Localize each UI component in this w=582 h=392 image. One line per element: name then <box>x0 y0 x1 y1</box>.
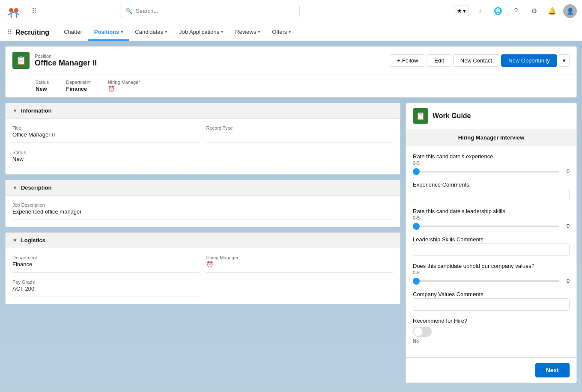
title-field-value: Office Manager II <box>12 131 55 139</box>
field-title: Title Office Manager II ✏ <box>12 125 200 143</box>
tab-chatter[interactable]: Chatter <box>58 24 88 41</box>
svg-point-0 <box>9 8 13 12</box>
search-icon: 🔍 <box>125 8 132 14</box>
status-label: Status <box>36 80 49 85</box>
work-guide-body: Rate this candidate's experience. 0-5 0 … <box>406 146 576 357</box>
tab-candidates[interactable]: Candidates ▾ <box>129 24 173 41</box>
meta-department: Department Finance <box>66 80 90 92</box>
app-name: Recruiting <box>15 29 49 41</box>
record-meta: Status New Department Finance Hiring Man… <box>6 74 576 97</box>
values-slider[interactable] <box>413 280 559 282</box>
offers-dropdown-arrow: ▾ <box>289 30 291 34</box>
hiring-manager-field-label: Hiring Manager <box>206 255 394 260</box>
status-value: New <box>36 86 49 92</box>
follow-button[interactable]: + Follow <box>390 54 425 67</box>
right-panel: 📋 Work Guide Hiring Manager Interview Ra… <box>406 103 577 383</box>
experience-comments-input[interactable] <box>413 189 570 201</box>
recommend-toggle[interactable] <box>413 327 432 337</box>
leadership-comments-group: Leadership Skills Comments <box>413 236 570 256</box>
leadership-question: Rate this candidate's leadership skills. <box>413 208 570 214</box>
new-opportunity-button[interactable]: New Opportunity <box>501 54 557 67</box>
left-panel: ▼ Information Title Office Manager II ✏ <box>5 103 400 383</box>
hiring-manager-field-value: ⏰ <box>206 261 213 269</box>
search-input[interactable] <box>136 8 294 14</box>
department-field-value: Finance <box>12 261 32 269</box>
record-type-field-value <box>206 131 208 139</box>
pay-grade-field-label: Pay Grade <box>12 279 200 285</box>
content-area: ▼ Information Title Office Manager II ✏ <box>5 103 577 383</box>
values-comments-group: Company Values Comments <box>413 291 570 311</box>
interview-section-title: Hiring Manager Interview <box>406 129 576 146</box>
work-guide-title: Work Guide <box>433 112 471 120</box>
hiring-manager-icon: ⏰ <box>108 86 115 92</box>
favorites-button[interactable]: ★ ▾ <box>454 6 469 16</box>
tab-offers[interactable]: Offers ▾ <box>266 24 297 41</box>
leadership-comments-input[interactable] <box>413 244 570 256</box>
logistics-fields-grid: Department Finance ✏ Hiring Manager ⏰ ✏ <box>12 255 393 297</box>
work-guide-header: 📋 Work Guide <box>406 103 576 129</box>
grid-nav-icon[interactable]: ⠿ <box>7 28 12 41</box>
new-contact-button[interactable]: New Contact <box>453 54 499 67</box>
department-label: Department <box>66 80 90 85</box>
logistics-section-header[interactable]: ▼ Logistics <box>6 233 400 248</box>
values-range: 0-5 <box>413 270 570 275</box>
experience-comments-group: Experience Comments <box>413 181 570 201</box>
tab-reviews[interactable]: Reviews ▾ <box>229 24 266 41</box>
connect-icon[interactable]: 🌐 <box>491 4 505 18</box>
work-guide-icon-symbol: 📋 <box>416 111 425 121</box>
chevron-down-icon: ▾ <box>463 8 466 14</box>
candidates-dropdown-arrow: ▾ <box>165 30 167 34</box>
main-background: 📋 Position Office Manager II + Follow Ed… <box>0 41 582 392</box>
search-box: 🔍 <box>120 5 300 17</box>
description-section: ▼ Description Job Description Experience… <box>5 180 400 227</box>
field-status: Status New ✏ <box>12 150 200 167</box>
field-record-type: Record Type ✏ <box>206 125 394 143</box>
top-bar-actions: ★ ▾ + 🌐 ? ⚙ 🔔 👤 <box>454 4 577 18</box>
tab-positions[interactable]: Positions ▾ <box>88 24 129 41</box>
department-field-label: Department <box>12 255 200 260</box>
logistics-section-title: Logistics <box>21 237 45 244</box>
work-guide-footer: Next <box>406 357 576 383</box>
apps-grid-button[interactable]: ⠿ <box>27 4 41 18</box>
record-card: 📋 Position Office Manager II + Follow Ed… <box>5 46 577 98</box>
values-slider-row: 0 <box>413 278 570 284</box>
plus-icon: + <box>397 57 400 64</box>
hiring-manager-label: Hiring Manager <box>108 80 140 85</box>
leadership-comments-label: Leadership Skills Comments <box>413 236 570 243</box>
record-title: Office Manager II <box>35 59 390 68</box>
record-actions: + Follow Edit New Contact New Opportunit… <box>390 54 570 67</box>
values-comments-input[interactable] <box>413 298 570 311</box>
information-section-header[interactable]: ▼ Information <box>6 103 400 119</box>
job-applications-tab-label: Job Applications <box>179 29 219 35</box>
meta-hiring-manager: Hiring Manager ⏰ <box>108 80 140 92</box>
field-hiring-manager: Hiring Manager ⏰ ✏ <box>206 255 394 273</box>
experience-comments-label: Experience Comments <box>413 181 570 188</box>
nav-bar: ⠿ Recruiting Chatter Positions ▾ Candida… <box>0 22 582 41</box>
settings-button[interactable]: ⚙ <box>527 4 541 18</box>
field-department: Department Finance ✏ <box>12 255 200 273</box>
values-question: Does this candidate uphold our company v… <box>413 263 570 269</box>
description-section-header[interactable]: ▼ Description <box>6 180 400 196</box>
experience-slider-value: 0 <box>563 168 570 175</box>
notifications-button[interactable]: 🔔 <box>545 4 559 18</box>
work-guide-icon: 📋 <box>413 108 428 124</box>
experience-slider[interactable] <box>413 171 559 172</box>
edit-button[interactable]: Edit <box>427 54 451 67</box>
record-type-field-label: Record Type <box>206 125 394 131</box>
user-avatar[interactable]: 👤 <box>563 4 577 18</box>
job-applications-dropdown-arrow: ▾ <box>221 30 223 34</box>
recommend-group: Recommend for Hire? No <box>413 318 570 344</box>
job-description-field-label: Job Description <box>12 202 393 208</box>
values-group: Does this candidate uphold our company v… <box>413 263 570 284</box>
leadership-slider[interactable] <box>413 226 559 227</box>
add-button[interactable]: + <box>473 4 487 18</box>
logistics-section: ▼ Logistics Department Finance ✏ <box>5 232 400 304</box>
tab-job-applications[interactable]: Job Applications ▾ <box>173 24 229 41</box>
title-field-label: Title <box>12 125 200 131</box>
more-actions-button[interactable]: ▾ <box>559 54 570 67</box>
job-description-field-value: Experienced office manager <box>12 208 82 216</box>
next-button[interactable]: Next <box>535 363 570 377</box>
leadership-slider-row: 0 <box>413 223 570 229</box>
help-button[interactable]: ? <box>509 4 523 18</box>
hiring-manager-value: ⏰ <box>108 86 140 92</box>
